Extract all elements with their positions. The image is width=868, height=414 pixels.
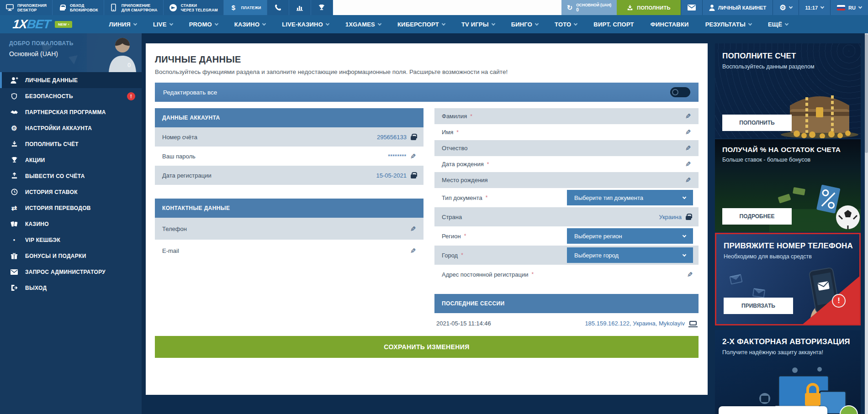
person-icon: [709, 5, 715, 11]
topbar-deposit-button[interactable]: ПОПОЛНИТЬ: [617, 0, 681, 15]
security-alert-badge: !: [127, 92, 135, 100]
edit-icon[interactable]: [685, 113, 691, 120]
edit-icon[interactable]: [685, 129, 691, 136]
sidebar-item-bet-history[interactable]: ИСТОРИЯ СТАВОК: [0, 184, 142, 200]
banner-two-factor[interactable]: 2-Х ФАКТОРНАЯ АВТОРИЗАЦИЯ Получите надёж…: [715, 330, 861, 414]
phone-contact-button[interactable]: [267, 0, 289, 15]
language-selector[interactable]: RU: [830, 0, 868, 15]
scrollbar-track[interactable]: [865, 33, 868, 414]
edit-all-toggle[interactable]: [670, 87, 690, 97]
gift-icon: [10, 252, 18, 260]
sidebar-item-transfer-history[interactable]: ИСТОРИЯ ПЕРЕВОДОВ: [0, 200, 142, 216]
banner-deposit-button[interactable]: ПОПОЛНИТЬ: [722, 115, 792, 131]
link-block-bypass[interactable]: ОБХОДБЛОКИРОВОК: [53, 0, 104, 15]
session-location[interactable]: 185.159.162.122, Украина, Mykolayiv: [585, 320, 685, 327]
new-badge[interactable]: NEW: [55, 21, 72, 28]
sidebar-item-personal-data[interactable]: ЛИЧНЫЕ ДАННЫЕ: [0, 72, 142, 88]
region-select[interactable]: Выберите регион: [567, 228, 693, 244]
nav-item-promo[interactable]: PROMO: [189, 21, 218, 28]
envelope-art-icon: [752, 288, 765, 298]
edit-icon[interactable]: [685, 177, 691, 183]
alert-icon: !: [832, 294, 846, 308]
logo[interactable]: 1XBET: [12, 17, 51, 31]
personal-cabinet-button[interactable]: ЛИЧНЫЙ КАБИНЕТ: [702, 0, 773, 15]
nav-item-casino[interactable]: КАЗИНО: [234, 21, 266, 28]
row-birth-date: Дата рождения*: [434, 156, 699, 172]
deposit-icon: [10, 141, 18, 147]
dollar-icon: [229, 4, 238, 11]
sidebar-item-logout[interactable]: ВЫХОД: [0, 280, 142, 296]
row-password: Ваш пароль ********: [155, 147, 423, 166]
edit-icon[interactable]: [685, 161, 691, 168]
link-telegram-bets[interactable]: СТАВКИЧЕРЕЗ TELEGRAM: [164, 0, 224, 15]
document-type-select[interactable]: Выберите тип документа: [567, 190, 693, 205]
banner-cashback-button[interactable]: ПОДРОБНЕЕ: [722, 208, 792, 225]
nav-item-live[interactable]: LIVE: [153, 21, 173, 28]
sidebar-item-admin-request[interactable]: ЗАПРОС АДМИНИСТРАТОРУ: [0, 264, 142, 280]
password-value: ********: [388, 153, 406, 160]
sidebar-item-deposit[interactable]: ПОПОЛНИТЬ СЧЁТ: [0, 136, 142, 152]
scrollbar-thumb[interactable]: [865, 34, 868, 153]
sidebar-item-promotions[interactable]: АКЦИИ: [0, 152, 142, 168]
edit-icon[interactable]: [410, 225, 416, 232]
edit-icon[interactable]: [687, 271, 693, 278]
main-nav: 1XBET NEW ЛИНИЯ LIVE PROMO КАЗИНО LIVE-К…: [0, 15, 868, 33]
sidebar-item-security[interactable]: БЕЗОПАСНОСТЬ !: [0, 88, 142, 104]
row-region: Регион* Выберите регион: [434, 226, 699, 246]
link-desktop-apps[interactable]: ПРИЛОЖЕНИЯDESKTOP: [0, 0, 53, 15]
nav-item-results[interactable]: РЕЗУЛЬТАТЫ: [705, 21, 752, 28]
clock-icon: [10, 189, 18, 195]
nav-item-live-casino[interactable]: LIVE-КАЗИНО: [282, 21, 329, 28]
city-select[interactable]: Выберите город: [567, 247, 693, 263]
sidebar-item-withdraw[interactable]: ВЫВЕСТИ СО СЧЁТА: [0, 168, 142, 184]
envelope-icon: [10, 269, 18, 275]
transfer-arrows-icon: [10, 204, 18, 212]
sidebar-item-casino[interactable]: КАЗИНО: [0, 216, 142, 232]
edit-icon[interactable]: [410, 247, 416, 254]
envelope-art-icon: [729, 274, 742, 284]
link-payments[interactable]: ПЛАТЕЖИ: [224, 0, 267, 15]
nav-item-line[interactable]: ЛИНИЯ: [109, 21, 137, 28]
refresh-icon[interactable]: [567, 4, 573, 12]
edit-all-bar: Редактировать все: [155, 83, 699, 102]
nav-item-toto[interactable]: ТОТО: [555, 21, 577, 28]
edit-icon[interactable]: [685, 145, 691, 152]
sidebar: ДОБРО ПОЖАЛОВАТЬ Основной (UAH) 0 ЛИЧНЫЕ…: [0, 33, 142, 414]
nav-item-finbets[interactable]: ФИНСТАВКИ: [651, 21, 689, 28]
row-birth-place: Место рождения: [434, 172, 699, 188]
row-middle-name: Отчество: [434, 140, 699, 156]
nav-item-more[interactable]: ЕЩЁ: [768, 21, 788, 28]
banner-bind-phone[interactable]: ПРИВЯЖИТЕ НОМЕР ТЕЛЕФОНА Необходимо для …: [715, 233, 861, 325]
sidebar-item-account-settings[interactable]: НАСТРОЙКИ АККАУНТА: [0, 120, 142, 136]
results-trophy-button[interactable]: [311, 0, 333, 15]
messages-button[interactable]: [681, 0, 702, 15]
sidebar-item-bonuses[interactable]: БОНУСЫ И ПОДАРКИ: [0, 248, 142, 264]
contact-data-header: КОНТАКТНЫЕ ДАННЫЕ: [155, 199, 423, 218]
chat-widget[interactable]: [719, 406, 827, 414]
sidebar-item-partner-program[interactable]: ПАРТНЕРСКАЯ ПРОГРАММА: [0, 104, 142, 120]
edit-icon[interactable]: [410, 153, 416, 160]
nav-item-esports[interactable]: КИБЕРСПОРТ: [397, 21, 445, 28]
save-button[interactable]: СОХРАНИТЬ ИЗМЕНЕНИЯ: [155, 336, 699, 358]
nav-item-1xgames[interactable]: 1XGAMES: [345, 21, 381, 28]
top-bar-spacer: [333, 0, 561, 15]
settings-button[interactable]: [773, 0, 798, 15]
trophy-icon: [10, 157, 18, 163]
banner-deposit[interactable]: ПОПОЛНИТЕ СЧЕТ Воспользуйтесь данным раз…: [715, 43, 861, 138]
nav-item-virtual-sport[interactable]: ВИРТ. СПОРТ: [593, 21, 634, 28]
wallet-summary[interactable]: ОСНОВНОЙ (UAH) 0: [561, 0, 617, 15]
nav-item-tv-games[interactable]: TV ИГРЫ: [461, 21, 495, 28]
nav-item-bingo[interactable]: БИНГО: [511, 21, 538, 28]
time-display[interactable]: 11:17: [799, 0, 831, 15]
lock-icon: [411, 136, 416, 140]
statistics-button[interactable]: [289, 0, 311, 15]
link-smartphone-app[interactable]: ПРИЛОЖЕНИЕДЛЯ СМАРТФОНА: [104, 0, 164, 15]
banner-bind-phone-button[interactable]: ПРИВЯЗАТЬ: [724, 298, 793, 314]
handshake-icon: [10, 109, 18, 115]
bullet-icon: [10, 238, 18, 242]
banner-cashback[interactable]: ПОЛУЧАЙ % НА ОСТАТОК СЧЕТА Больше ставок…: [715, 139, 861, 232]
wallet-balance: 0: [576, 7, 611, 12]
deposit-icon: [627, 5, 633, 11]
page-title: ЛИЧНЫЕ ДАННЫЕ: [155, 54, 699, 65]
sidebar-item-vip-cashback[interactable]: VIP КЕШБЭК: [0, 232, 142, 248]
